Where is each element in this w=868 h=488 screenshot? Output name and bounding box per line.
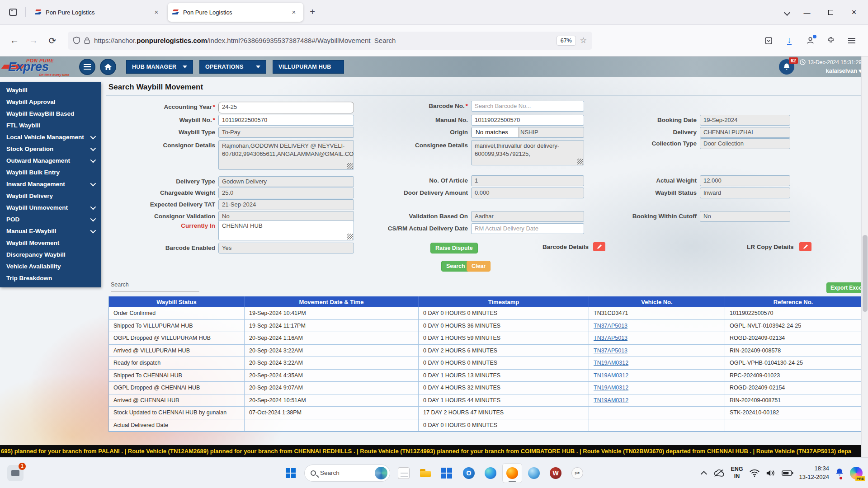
menu-icon[interactable] <box>844 33 859 48</box>
account-icon[interactable] <box>803 33 817 48</box>
field-expected-delivery-tat[interactable]: 21-Sep-2024 <box>218 199 354 210</box>
taskbar-widget-icon[interactable]: 1 <box>7 465 24 481</box>
sidebar-item-waybill[interactable]: Waybill <box>0 84 101 96</box>
resize-grip-icon[interactable] <box>577 159 583 164</box>
menu-villupuram-hub[interactable]: VILLUPURAM HUB <box>273 60 344 74</box>
battery-icon[interactable] <box>782 470 793 476</box>
taskbar-search-box[interactable]: Search <box>304 465 390 482</box>
taskbar-app-edge-browser[interactable] <box>481 463 500 483</box>
taskbar-clock[interactable]: 18:34 13-12-2024 <box>799 465 830 481</box>
field-booking-date[interactable]: 19-Sep-2024 <box>700 115 790 126</box>
list-tabs-chevron-icon[interactable] <box>780 5 794 19</box>
firefox-view-icon[interactable] <box>5 5 21 20</box>
sidebar-item-waybill-bulk-entry[interactable]: Waybill Bulk Entry <box>0 166 101 178</box>
new-tab-button[interactable]: + <box>305 5 320 19</box>
field-collection-type[interactable]: Door Collection <box>700 138 790 149</box>
clear-button[interactable]: Clear <box>467 261 491 272</box>
hamburger-menu-icon[interactable] <box>79 59 95 75</box>
field-door-delivery-amount[interactable]: 0.000 <box>471 188 584 198</box>
field-booking-within-cutoff[interactable]: No <box>700 211 790 222</box>
tray-chevron-up-icon[interactable] <box>701 471 707 477</box>
language-indicator[interactable]: ENGIN <box>731 466 743 480</box>
sidebar-item-outward-management[interactable]: Outward Management <box>0 155 101 166</box>
sidebar-item-stock-operation[interactable]: Stock Operation <box>0 143 101 155</box>
notifications-bell[interactable]: 62 <box>779 59 794 75</box>
field-csrm-actual-delivery-date[interactable]: RM Actual Delivery Date <box>471 223 584 234</box>
field-actual-weight[interactable]: 12.000 <box>700 175 790 186</box>
sidebar-item-waybill-unmovement[interactable]: Waybill Unmovement <box>0 202 101 213</box>
taskbar-app-file-explorer[interactable] <box>415 463 435 483</box>
taskbar-app-teams-app[interactable] <box>524 463 544 483</box>
sidebar-item-local-vehicle-management[interactable]: Local Vehicle Management <box>0 131 101 143</box>
notification-center-bell-icon[interactable] <box>835 468 844 479</box>
sidebar-item-vehicle-availability[interactable]: Vehicle Availability <box>0 260 101 272</box>
tab-close-icon[interactable]: × <box>151 7 161 17</box>
taskbar-app-document-app[interactable] <box>394 463 414 483</box>
vehicle-no-link[interactable]: TN19AM0312 <box>594 360 628 366</box>
field-waybill-type[interactable]: To-Pay <box>218 127 354 138</box>
onedrive-paused-cloud-icon[interactable] <box>713 469 725 478</box>
vehicle-no-link[interactable]: TN19AM0312 <box>594 372 628 379</box>
taskbar-app-snipping-tool[interactable]: ✂ <box>567 463 587 483</box>
taskbar-app-webex-app[interactable]: W <box>546 463 566 483</box>
user-menu[interactable]: kalaiselvan ▾ <box>800 66 862 75</box>
field-consignee-details[interactable]: manivel,thiruvallur door delivery-600099… <box>471 140 584 165</box>
resize-grip-icon[interactable] <box>347 234 353 239</box>
copilot-icon[interactable]: PRE <box>850 467 863 479</box>
back-icon[interactable]: ← <box>6 33 23 49</box>
speaker-icon[interactable] <box>766 469 776 477</box>
sidebar-item-waybill-ewaybill-based[interactable]: Waybill EwayBill Based <box>0 108 101 119</box>
downloads-icon[interactable]: ↓ <box>782 33 797 48</box>
sidebar-item-pod[interactable]: POD <box>0 213 101 225</box>
field-barcode-no[interactable]: Search Barcode No... <box>471 101 584 112</box>
sidebar-item-waybill-approval[interactable]: Waybill Approval <box>0 96 101 108</box>
barcode-details-edit-icon[interactable] <box>593 242 605 251</box>
tracking-shield-icon[interactable] <box>73 37 80 44</box>
page-scrollbar[interactable] <box>861 56 868 457</box>
vehicle-no-link[interactable]: TN19AM0312 <box>594 385 628 391</box>
tab-pon-pure-1[interactable]: Pon Pure Logistics × <box>30 3 166 22</box>
tab-pon-pure-2-active[interactable]: Pon Pure Logistics × <box>168 3 303 22</box>
bookmark-star-icon[interactable]: ☆ <box>580 36 587 45</box>
field-waybill-status[interactable]: Inward <box>700 188 790 198</box>
sidebar-item-waybill-movement[interactable]: Waybill Movement <box>0 237 101 249</box>
table-filter-search-input[interactable]: Search <box>111 282 199 291</box>
url-bar[interactable]: https://anchor.ponpurelogistics.com/inde… <box>68 32 592 50</box>
field-manual-no[interactable]: 10119022500570 <box>471 115 584 126</box>
vehicle-no-link[interactable]: TN37AP5013 <box>594 335 627 341</box>
menu-hub-manager[interactable]: HUB MANAGER <box>126 60 193 74</box>
field-delivery[interactable]: CHENNAI PUZHAL <box>700 127 790 138</box>
window-restore-button[interactable] <box>820 3 841 21</box>
sidebar-item-waybill-delivery[interactable]: Waybill Delivery <box>0 190 101 202</box>
field-consignor-details[interactable]: Rajmohan,GODOWN DELIVERY @ NEYVELI-60780… <box>218 140 354 170</box>
vehicle-no-link[interactable]: TN37AP5013 <box>594 323 627 329</box>
sidebar-item-discrepancy-waybill[interactable]: Discrepancy Waybill <box>0 249 101 260</box>
vehicle-no-link[interactable]: TN19AM0312 <box>594 397 628 404</box>
taskbar-app-windows-app-grid[interactable] <box>437 463 457 483</box>
pocket-icon[interactable] <box>761 33 776 48</box>
forward-icon[interactable]: → <box>25 33 42 49</box>
sidebar-item-manual-e-waybill[interactable]: Manual E-Waybill <box>0 225 101 237</box>
extensions-icon[interactable] <box>824 33 838 48</box>
menu-operations[interactable]: OPERATIONS <box>199 60 266 74</box>
taskbar-app-outlook[interactable]: O <box>459 463 479 483</box>
sidebar-item-inward-management[interactable]: Inward Management <box>0 178 101 190</box>
wifi-icon[interactable] <box>749 469 760 477</box>
field-currently-in[interactable]: CHENNAI HUB <box>218 221 354 240</box>
field-delivery-type[interactable]: Godown Delivery <box>218 176 354 187</box>
resize-grip-icon[interactable] <box>347 163 353 169</box>
field-chargeable-weight[interactable]: 25.0 <box>218 188 354 198</box>
scrollbar-thumb[interactable] <box>863 235 868 312</box>
start-button[interactable] <box>281 463 301 483</box>
vehicle-no-link[interactable]: TN37AP5013 <box>594 347 627 354</box>
sidebar-item-trip-breakdown[interactable]: Trip Breakdown <box>0 272 101 284</box>
sidebar-item-ftl-waybill[interactable]: FTL Waybill <box>0 119 101 131</box>
home-icon[interactable] <box>100 59 116 75</box>
field-barcode-enabled[interactable]: Yes <box>218 243 354 253</box>
field-waybill-no[interactable]: 10119022500570 <box>218 115 354 126</box>
zoom-level-badge[interactable]: 67% <box>557 36 576 46</box>
window-minimize-button[interactable]: — <box>797 3 817 21</box>
search-button[interactable]: Search <box>441 261 470 272</box>
lr-copy-details-edit-icon[interactable] <box>799 242 811 251</box>
field-no-of-article[interactable]: 1 <box>471 175 584 186</box>
